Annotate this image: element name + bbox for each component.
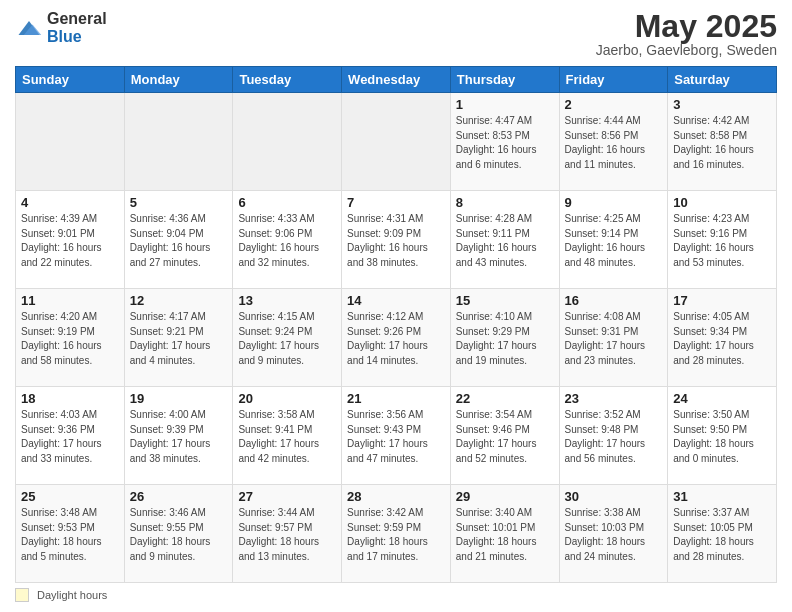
day-detail: Sunrise: 4:15 AM Sunset: 9:24 PM Dayligh…: [238, 310, 336, 368]
day-number: 5: [130, 195, 228, 210]
day-detail: Sunrise: 3:48 AM Sunset: 9:53 PM Dayligh…: [21, 506, 119, 564]
day-number: 20: [238, 391, 336, 406]
calendar-cell: 3Sunrise: 4:42 AM Sunset: 8:58 PM Daylig…: [668, 93, 777, 191]
day-detail: Sunrise: 3:37 AM Sunset: 10:05 PM Daylig…: [673, 506, 771, 564]
day-number: 17: [673, 293, 771, 308]
calendar-cell: 2Sunrise: 4:44 AM Sunset: 8:56 PM Daylig…: [559, 93, 668, 191]
day-number: 22: [456, 391, 554, 406]
day-detail: Sunrise: 3:56 AM Sunset: 9:43 PM Dayligh…: [347, 408, 445, 466]
day-number: 28: [347, 489, 445, 504]
day-detail: Sunrise: 3:54 AM Sunset: 9:46 PM Dayligh…: [456, 408, 554, 466]
calendar-cell: 28Sunrise: 3:42 AM Sunset: 9:59 PM Dayli…: [342, 485, 451, 583]
day-number: 15: [456, 293, 554, 308]
day-detail: Sunrise: 4:12 AM Sunset: 9:26 PM Dayligh…: [347, 310, 445, 368]
day-detail: Sunrise: 4:05 AM Sunset: 9:34 PM Dayligh…: [673, 310, 771, 368]
calendar-cell: 15Sunrise: 4:10 AM Sunset: 9:29 PM Dayli…: [450, 289, 559, 387]
calendar-week-0: 1Sunrise: 4:47 AM Sunset: 8:53 PM Daylig…: [16, 93, 777, 191]
day-detail: Sunrise: 4:44 AM Sunset: 8:56 PM Dayligh…: [565, 114, 663, 172]
calendar-cell: 24Sunrise: 3:50 AM Sunset: 9:50 PM Dayli…: [668, 387, 777, 485]
day-number: 31: [673, 489, 771, 504]
day-number: 7: [347, 195, 445, 210]
day-number: 21: [347, 391, 445, 406]
calendar-table: Sunday Monday Tuesday Wednesday Thursday…: [15, 66, 777, 583]
legend-box: [15, 588, 29, 602]
logo-general: General: [47, 10, 107, 28]
calendar-cell: 4Sunrise: 4:39 AM Sunset: 9:01 PM Daylig…: [16, 191, 125, 289]
day-number: 30: [565, 489, 663, 504]
day-number: 29: [456, 489, 554, 504]
day-detail: Sunrise: 4:47 AM Sunset: 8:53 PM Dayligh…: [456, 114, 554, 172]
day-detail: Sunrise: 4:25 AM Sunset: 9:14 PM Dayligh…: [565, 212, 663, 270]
title-section: May 2025 Jaerbo, Gaevleborg, Sweden: [596, 10, 777, 58]
day-detail: Sunrise: 3:58 AM Sunset: 9:41 PM Dayligh…: [238, 408, 336, 466]
calendar-cell: 30Sunrise: 3:38 AM Sunset: 10:03 PM Dayl…: [559, 485, 668, 583]
day-detail: Sunrise: 3:50 AM Sunset: 9:50 PM Dayligh…: [673, 408, 771, 466]
day-detail: Sunrise: 4:28 AM Sunset: 9:11 PM Dayligh…: [456, 212, 554, 270]
col-thursday: Thursday: [450, 67, 559, 93]
calendar-week-2: 11Sunrise: 4:20 AM Sunset: 9:19 PM Dayli…: [16, 289, 777, 387]
calendar-cell: 23Sunrise: 3:52 AM Sunset: 9:48 PM Dayli…: [559, 387, 668, 485]
day-number: 24: [673, 391, 771, 406]
calendar-cell: 17Sunrise: 4:05 AM Sunset: 9:34 PM Dayli…: [668, 289, 777, 387]
day-detail: Sunrise: 4:36 AM Sunset: 9:04 PM Dayligh…: [130, 212, 228, 270]
day-detail: Sunrise: 4:42 AM Sunset: 8:58 PM Dayligh…: [673, 114, 771, 172]
day-number: 6: [238, 195, 336, 210]
calendar-cell: [16, 93, 125, 191]
calendar-cell: 13Sunrise: 4:15 AM Sunset: 9:24 PM Dayli…: [233, 289, 342, 387]
calendar-cell: 31Sunrise: 3:37 AM Sunset: 10:05 PM Dayl…: [668, 485, 777, 583]
day-number: 2: [565, 97, 663, 112]
day-detail: Sunrise: 4:10 AM Sunset: 9:29 PM Dayligh…: [456, 310, 554, 368]
day-number: 9: [565, 195, 663, 210]
day-number: 27: [238, 489, 336, 504]
calendar-cell: [342, 93, 451, 191]
day-detail: Sunrise: 4:00 AM Sunset: 9:39 PM Dayligh…: [130, 408, 228, 466]
day-detail: Sunrise: 4:03 AM Sunset: 9:36 PM Dayligh…: [21, 408, 119, 466]
day-number: 19: [130, 391, 228, 406]
logo-icon: [15, 14, 43, 42]
calendar-cell: 27Sunrise: 3:44 AM Sunset: 9:57 PM Dayli…: [233, 485, 342, 583]
day-detail: Sunrise: 4:23 AM Sunset: 9:16 PM Dayligh…: [673, 212, 771, 270]
calendar-cell: 6Sunrise: 4:33 AM Sunset: 9:06 PM Daylig…: [233, 191, 342, 289]
day-number: 4: [21, 195, 119, 210]
calendar-cell: 19Sunrise: 4:00 AM Sunset: 9:39 PM Dayli…: [124, 387, 233, 485]
calendar-cell: 18Sunrise: 4:03 AM Sunset: 9:36 PM Dayli…: [16, 387, 125, 485]
calendar-cell: 8Sunrise: 4:28 AM Sunset: 9:11 PM Daylig…: [450, 191, 559, 289]
day-number: 13: [238, 293, 336, 308]
day-detail: Sunrise: 3:42 AM Sunset: 9:59 PM Dayligh…: [347, 506, 445, 564]
calendar-cell: 5Sunrise: 4:36 AM Sunset: 9:04 PM Daylig…: [124, 191, 233, 289]
day-number: 1: [456, 97, 554, 112]
calendar-week-1: 4Sunrise: 4:39 AM Sunset: 9:01 PM Daylig…: [16, 191, 777, 289]
day-number: 10: [673, 195, 771, 210]
logo-blue: Blue: [47, 28, 107, 46]
col-monday: Monday: [124, 67, 233, 93]
day-number: 16: [565, 293, 663, 308]
logo: General Blue: [15, 10, 107, 45]
calendar-cell: 20Sunrise: 3:58 AM Sunset: 9:41 PM Dayli…: [233, 387, 342, 485]
day-detail: Sunrise: 4:20 AM Sunset: 9:19 PM Dayligh…: [21, 310, 119, 368]
calendar-cell: 21Sunrise: 3:56 AM Sunset: 9:43 PM Dayli…: [342, 387, 451, 485]
col-friday: Friday: [559, 67, 668, 93]
day-detail: Sunrise: 3:52 AM Sunset: 9:48 PM Dayligh…: [565, 408, 663, 466]
col-saturday: Saturday: [668, 67, 777, 93]
calendar-cell: 26Sunrise: 3:46 AM Sunset: 9:55 PM Dayli…: [124, 485, 233, 583]
day-number: 11: [21, 293, 119, 308]
col-wednesday: Wednesday: [342, 67, 451, 93]
day-number: 18: [21, 391, 119, 406]
month-title: May 2025: [596, 10, 777, 42]
day-number: 26: [130, 489, 228, 504]
page: General Blue May 2025 Jaerbo, Gaevleborg…: [0, 0, 792, 612]
day-number: 3: [673, 97, 771, 112]
calendar-header-row: Sunday Monday Tuesday Wednesday Thursday…: [16, 67, 777, 93]
day-number: 23: [565, 391, 663, 406]
day-detail: Sunrise: 4:17 AM Sunset: 9:21 PM Dayligh…: [130, 310, 228, 368]
logo-text: General Blue: [47, 10, 107, 45]
calendar-cell: 12Sunrise: 4:17 AM Sunset: 9:21 PM Dayli…: [124, 289, 233, 387]
col-sunday: Sunday: [16, 67, 125, 93]
location: Jaerbo, Gaevleborg, Sweden: [596, 42, 777, 58]
day-detail: Sunrise: 4:33 AM Sunset: 9:06 PM Dayligh…: [238, 212, 336, 270]
day-detail: Sunrise: 3:46 AM Sunset: 9:55 PM Dayligh…: [130, 506, 228, 564]
calendar-cell: 29Sunrise: 3:40 AM Sunset: 10:01 PM Dayl…: [450, 485, 559, 583]
calendar-cell: [124, 93, 233, 191]
day-detail: Sunrise: 4:31 AM Sunset: 9:09 PM Dayligh…: [347, 212, 445, 270]
footer: Daylight hours: [15, 588, 777, 602]
